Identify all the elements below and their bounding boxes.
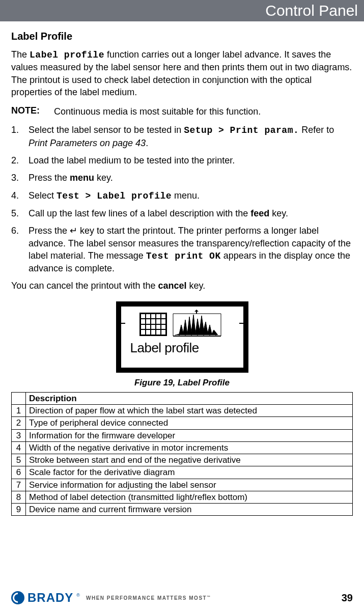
- table-row: 8Method of label detection (transmitted …: [12, 491, 353, 503]
- s4b: menu.: [172, 190, 200, 201]
- row-num: 3: [12, 429, 26, 441]
- row-desc: Width of the negative derivative in moto…: [26, 441, 353, 454]
- page-header-bar: Control Panel: [0, 0, 364, 21]
- page-content: Label Profile The Label profile function…: [0, 31, 364, 516]
- s3a: Press the: [29, 173, 70, 183]
- cancel-bold: cancel: [158, 281, 187, 291]
- description-table: Description 1Direction of paper flow at …: [11, 392, 353, 516]
- table-row: 4Width of the negative derivative in mot…: [12, 441, 353, 454]
- footer-left: BRADY® WHEN PERFORMANCE MATTERS MOST™: [11, 591, 211, 605]
- printer-screen-inner: Label profile: [121, 307, 243, 368]
- table-row: 6Scale factor for the derivative diagram: [12, 466, 353, 479]
- s5b: key.: [269, 208, 288, 218]
- step-5: Call up the last few lines of a label de…: [11, 207, 353, 219]
- table-row: 9Device name and current firmware versio…: [12, 504, 353, 516]
- s3bold: menu: [70, 173, 94, 183]
- row-num: 7: [12, 479, 26, 491]
- table-row: 5Stroke between start and end of the neg…: [12, 454, 353, 466]
- s4mono: Test > Label profile: [57, 191, 172, 201]
- table-row: 2Type of peripheral device connected: [12, 417, 353, 429]
- step-3: Press the menu key.: [11, 172, 353, 184]
- table-row: 7Service information for adjusting the l…: [12, 479, 353, 491]
- step-2: Load the label medium to be tested into …: [11, 154, 353, 166]
- cancel-a: You can cancel the printout with the: [11, 281, 158, 291]
- intro-paragraph: The Label profile function carries out a…: [11, 48, 353, 98]
- s5bold: feed: [250, 208, 269, 218]
- brady-tagline: WHEN PERFORMANCE MATTERS MOST™: [86, 595, 211, 601]
- figure-wrap: Label profile: [11, 301, 353, 373]
- brady-reg: ®: [76, 593, 80, 598]
- table-header-row: Description: [12, 392, 353, 404]
- s1mono: Setup > Print param.: [184, 125, 299, 135]
- s6mono: Test print OK: [146, 251, 221, 261]
- brady-logo: BRADY®: [11, 591, 80, 605]
- cancel-paragraph: You can cancel the printout with the can…: [11, 280, 353, 292]
- tagline-text: WHEN PERFORMANCE MATTERS MOST: [86, 595, 207, 601]
- graph-icon: [169, 310, 225, 338]
- s5a: Call up the last few lines of a label de…: [29, 208, 250, 218]
- steps-list: Select the label sensor to be tested in …: [11, 124, 353, 274]
- s1b: Refer to: [299, 125, 334, 135]
- note-text: Continuous media is most suitable for th…: [54, 105, 261, 118]
- brady-wordmark: BRADY: [27, 591, 73, 605]
- row-desc: Device name and current firmware version: [26, 504, 353, 516]
- row-desc: Information for the firmware developer: [26, 429, 353, 441]
- section-heading: Label Profile: [11, 31, 353, 42]
- row-num: 9: [12, 504, 26, 516]
- table-row: 1Direction of paper flow at which the la…: [12, 405, 353, 417]
- intro-mono: Label profile: [30, 50, 104, 60]
- dash-right-icon: [239, 323, 243, 324]
- tagline-tm: ™: [207, 595, 211, 599]
- svg-marker-11: [194, 310, 199, 312]
- screen-label-text: Label profile: [125, 340, 239, 356]
- table-row: 3Information for the firmware developer: [12, 429, 353, 441]
- row-num: 6: [12, 466, 26, 479]
- s4a: Select: [29, 190, 57, 201]
- row-desc: Service information for adjusting the la…: [26, 479, 353, 491]
- s1a: Select the label sensor to be tested in: [29, 125, 184, 135]
- printer-screen: Label profile: [116, 301, 248, 373]
- s6a: Press the: [29, 226, 70, 236]
- row-num: 4: [12, 441, 26, 454]
- row-desc: Stroke between start and end of the nega…: [26, 454, 353, 466]
- row-desc: Direction of paper flow at which the lab…: [26, 405, 353, 417]
- brady-swirl-icon: [11, 591, 24, 604]
- intro-pre: The: [11, 49, 30, 60]
- row-num: 5: [12, 454, 26, 466]
- figure-caption: Figure 19, Label Profile: [11, 378, 353, 388]
- step-1: Select the label sensor to be tested in …: [11, 124, 353, 149]
- table-header-desc: Description: [26, 392, 353, 404]
- row-num: 1: [12, 405, 26, 417]
- grid-icon: [139, 313, 167, 336]
- table-header-blank: [12, 392, 26, 404]
- cancel-b: key.: [187, 281, 206, 291]
- dash-left-icon: [121, 323, 125, 324]
- step-4: Select Test > Label profile menu.: [11, 189, 353, 202]
- s1italic: Print Parameters on page 43: [29, 138, 146, 148]
- s3b: key.: [94, 173, 113, 183]
- note-label: NOTE:: [11, 105, 48, 118]
- row-num: 2: [12, 417, 26, 429]
- page-footer: BRADY® WHEN PERFORMANCE MATTERS MOST™ 39: [0, 591, 364, 605]
- step-6: Press the ↵ key to start the printout. T…: [11, 225, 353, 274]
- note-row: NOTE: Continuous media is most suitable …: [11, 105, 353, 118]
- page-header-title: Control Panel: [265, 2, 358, 19]
- s2: Load the label medium to be tested into …: [29, 154, 235, 166]
- page-number: 39: [342, 592, 353, 604]
- row-num: 8: [12, 491, 26, 503]
- row-desc: Scale factor for the derivative diagram: [26, 466, 353, 479]
- row-desc: Method of label detection (transmitted l…: [26, 491, 353, 503]
- row-desc: Type of peripheral device connected: [26, 417, 353, 429]
- enter-key-icon: ↵: [70, 226, 77, 236]
- s1c: .: [146, 138, 148, 148]
